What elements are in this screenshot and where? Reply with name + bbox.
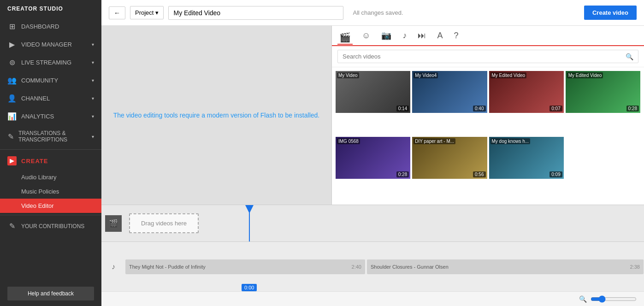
- timeline-bottom-bar: 0:00 🔍: [101, 291, 644, 306]
- help-feedback-button[interactable]: Help and feedback: [7, 287, 94, 300]
- sidebar-item-analytics[interactable]: 📊 ANALYTICS ▾: [0, 107, 101, 125]
- media-thumb-label: My Edited Video: [490, 72, 527, 78]
- sidebar-divider: [0, 149, 101, 150]
- video-manager-icon: ▶: [7, 40, 17, 49]
- topbar: ← Project ▾ All changes saved. Create vi…: [101, 0, 644, 26]
- project-dropdown-chevron-icon: ▾: [155, 9, 159, 16]
- sidebar-item-label: TRANSLATIONS & TRANSCRIPTIONS: [18, 130, 87, 143]
- tab-text[interactable]: A: [435, 30, 444, 41]
- search-input[interactable]: [337, 50, 638, 63]
- editor-area: The video editing tools require a modern…: [101, 26, 644, 205]
- chevron-down-icon: ▾: [92, 60, 94, 65]
- tab-skip[interactable]: ⏭: [416, 30, 428, 41]
- duration-badge: 0:07: [549, 106, 562, 112]
- create-video-button[interactable]: Create video: [584, 6, 637, 20]
- audio-duration-badge: 2:38: [630, 264, 640, 270]
- sidebar: CREATOR STUDIO ⊞ DASHBOARD ▶ VIDEO MANAG…: [0, 0, 101, 306]
- preview-message: The video editing tools require a modern…: [113, 112, 319, 119]
- media-thumb-1[interactable]: My Video 0:14: [336, 71, 410, 113]
- sidebar-item-channel[interactable]: 👤 CHANNEL ▾: [0, 89, 101, 107]
- sidebar-sub-item-audio-library[interactable]: Audio Library: [0, 170, 101, 184]
- sidebar-title: CREATOR STUDIO: [0, 0, 101, 18]
- sidebar-sub-item-video-editor[interactable]: Video Editor: [0, 199, 101, 213]
- media-thumb-label: DIY paper art - M...: [414, 138, 455, 144]
- editor-content: The video editing tools require a modern…: [101, 26, 644, 306]
- media-thumb-label: My Video: [337, 72, 359, 78]
- media-thumb-5[interactable]: IMG 0568 0:28: [336, 137, 410, 179]
- timeline-cursor[interactable]: [249, 205, 250, 241]
- media-thumb-label: My Video4: [414, 72, 438, 78]
- media-thumb-label: My Edited Video: [567, 72, 603, 78]
- media-thumb-3[interactable]: My Edited Video 0:07: [489, 71, 564, 113]
- duration-badge: 0:14: [396, 106, 409, 112]
- chevron-down-icon: ▾: [92, 96, 94, 101]
- analytics-icon: 📊: [7, 112, 17, 121]
- sidebar-item-label: COMMUNITY: [21, 77, 58, 84]
- search-bar: 🔍: [332, 46, 644, 67]
- duration-badge: 0:09: [549, 171, 562, 177]
- duration-badge: 0:40: [473, 106, 485, 112]
- audio-segment-label: Shoulder Closures - Gunnar Olsen: [371, 264, 449, 270]
- sidebar-divider-2: [0, 215, 101, 215]
- preview-pane: The video editing tools require a modern…: [101, 26, 332, 205]
- audio-segment-label: They Might Not - Puddle of Infinity: [129, 264, 206, 270]
- sidebar-item-label: VIDEO MANAGER: [21, 41, 72, 48]
- back-button[interactable]: ←: [109, 6, 125, 19]
- media-thumb-4[interactable]: My Edited Video 0:28: [566, 71, 640, 113]
- audio-segment-1[interactable]: They Might Not - Puddle of Infinity 2:40: [125, 259, 365, 274]
- translations-icon: ✎: [7, 132, 14, 141]
- media-thumb-7[interactable]: My dog knows h... 0:09: [489, 137, 564, 179]
- create-icon: ▶: [7, 156, 17, 165]
- project-label: Project: [135, 9, 154, 16]
- project-title-input[interactable]: [168, 6, 343, 20]
- sidebar-item-label: YOUR CONTRIBUTIONS: [21, 223, 84, 230]
- sidebar-item-your-contributions[interactable]: ✎ YOUR CONTRIBUTIONS: [0, 217, 101, 235]
- sidebar-item-label: DASHBOARD: [21, 23, 59, 30]
- community-icon: 👥: [7, 76, 17, 85]
- media-thumb-2[interactable]: My Video4 0:40: [412, 71, 487, 113]
- zoom-slider[interactable]: [591, 295, 637, 303]
- chevron-down-icon: ▾: [92, 114, 94, 119]
- project-dropdown[interactable]: Project ▾: [130, 6, 164, 19]
- sidebar-sub-item-music-policies[interactable]: Music Policies: [0, 184, 101, 199]
- video-track-icon: 🎬: [105, 215, 122, 232]
- sidebar-item-dashboard[interactable]: ⊞ DASHBOARD: [0, 18, 101, 35]
- sidebar-item-live-streaming[interactable]: ⊚ LIVE STREAMING ▾: [0, 53, 101, 71]
- sidebar-bottom: Help and feedback: [0, 281, 101, 306]
- sidebar-item-community[interactable]: 👥 COMMUNITY ▾: [0, 71, 101, 89]
- sidebar-item-translations[interactable]: ✎ TRANSLATIONS & TRANSCRIPTIONS ▾: [0, 125, 101, 147]
- live-streaming-icon: ⊚: [7, 58, 17, 67]
- media-thumb-label: IMG 0568: [337, 138, 360, 144]
- audio-segment-2[interactable]: Shoulder Closures - Gunnar Olsen 2:38: [367, 259, 644, 274]
- sidebar-item-label: CHANNEL: [21, 95, 50, 102]
- tab-music[interactable]: ♪: [401, 30, 408, 41]
- tab-video[interactable]: 🎬: [337, 31, 353, 45]
- create-label: CREATE: [21, 158, 48, 165]
- tab-emoji[interactable]: ☺: [360, 30, 372, 41]
- media-thumb-6[interactable]: DIY paper art - M... 0:56: [412, 137, 487, 179]
- sidebar-item-video-manager[interactable]: ▶ VIDEO MANAGER ▾: [0, 35, 101, 53]
- zoom-icon: 🔍: [579, 295, 587, 303]
- drop-zone[interactable]: Drag videos here: [129, 213, 199, 233]
- duration-badge: 0:28: [396, 171, 409, 177]
- media-grid: My Video 0:14 My Video4 0:40 My Edited V…: [332, 67, 644, 205]
- audio-segments: They Might Not - Puddle of Infinity 2:40…: [125, 242, 644, 291]
- channel-icon: 👤: [7, 94, 17, 103]
- contributions-icon: ✎: [7, 222, 17, 230]
- timeline: 🎬 Drag videos here ♪ They Might: [101, 205, 644, 306]
- chevron-down-icon: ▾: [92, 78, 94, 83]
- main-content: ← Project ▾ All changes saved. Create vi…: [101, 0, 644, 306]
- media-library: 🎬 ☺ 📷 ♪ ⏭ A ? 🔍 My Video: [332, 26, 644, 205]
- create-section[interactable]: ▶ CREATE: [0, 152, 101, 170]
- cursor-head: [245, 205, 254, 213]
- cursor-time-badge: 0:00: [242, 284, 257, 291]
- search-icon-button[interactable]: 🔍: [626, 53, 633, 60]
- tab-help[interactable]: ?: [452, 30, 460, 41]
- tab-camera[interactable]: 📷: [379, 29, 393, 41]
- duration-badge: 0:28: [626, 106, 639, 112]
- chevron-down-icon: ▾: [92, 134, 94, 139]
- saved-status: All changes saved.: [353, 9, 403, 16]
- media-thumb-label: My dog knows h...: [490, 138, 531, 144]
- audio-duration-badge: 2:40: [352, 264, 361, 270]
- media-tabs: 🎬 ☺ 📷 ♪ ⏭ A ?: [332, 26, 644, 46]
